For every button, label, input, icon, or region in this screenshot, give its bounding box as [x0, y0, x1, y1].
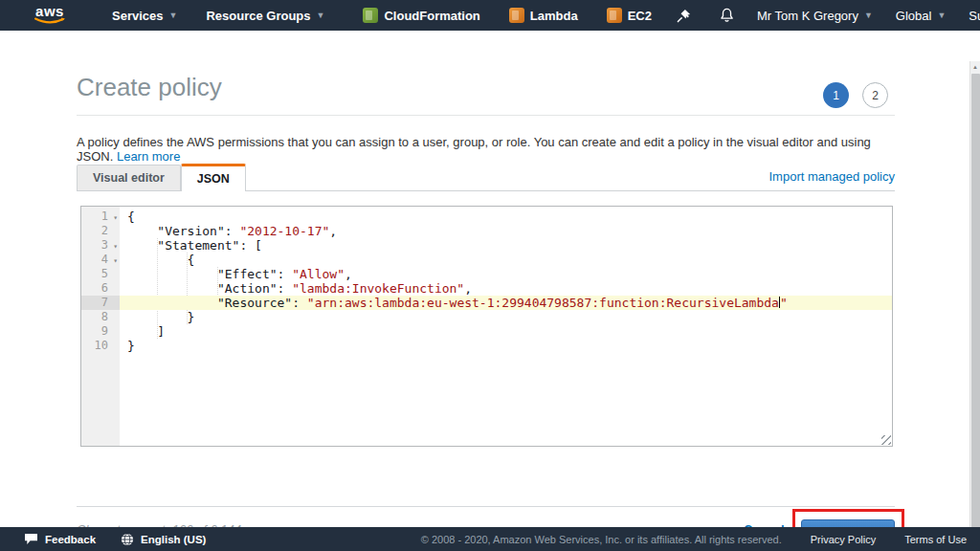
footer-bar: Feedback English (US) © 2008 - 2020, Ama…	[0, 527, 980, 551]
code-line[interactable]: 2 "Version": "2012-10-17",	[81, 224, 892, 238]
account-menu[interactable]: Mr Tom K Gregory ▼	[757, 9, 873, 23]
ec2-icon	[607, 8, 622, 23]
code-line[interactable]: 3▾ "Statement": [	[81, 238, 892, 253]
copyright-text: © 2008 - 2020, Amazon Web Services, Inc.…	[421, 534, 782, 545]
scrollbar-up-arrow-icon[interactable]: ▲	[970, 64, 980, 70]
feedback-label: Feedback	[45, 534, 96, 545]
pin-icon[interactable]	[677, 9, 691, 23]
code-text: "Effect": "Allow",	[120, 267, 892, 281]
code-text: "Resource": "arn:aws:lambda:eu-west-1:29…	[120, 296, 892, 310]
code-text: ]	[120, 324, 892, 339]
terms-of-use-link[interactable]: Terms of Use	[904, 534, 967, 545]
services-label: Services	[112, 9, 164, 23]
line-number: 5	[81, 267, 120, 281]
wizard-step-2: 2	[862, 82, 888, 108]
code-line[interactable]: 10}	[81, 339, 892, 353]
code-text: {	[120, 209, 892, 224]
shortcut-cloudformation[interactable]: CloudFormation	[363, 8, 479, 23]
chevron-down-icon: ▼	[864, 11, 873, 20]
aws-console-window: aws Services ▼ Resource Groups ▼ CloudFo…	[0, 0, 980, 551]
code-text: }	[120, 310, 892, 324]
main-content: Create policy 1 2 A policy defines the A…	[0, 31, 980, 527]
line-number: 7	[81, 296, 120, 310]
aws-logo[interactable]: aws	[33, 5, 66, 26]
line-number: 1▾	[81, 209, 120, 224]
fold-caret-icon[interactable]: ▾	[113, 239, 118, 253]
code-text: "Statement": [	[120, 238, 892, 253]
shortcut-label: CloudFormation	[384, 9, 479, 23]
lambda-icon	[509, 8, 524, 23]
language-selector[interactable]: English (US)	[121, 533, 206, 546]
services-menu[interactable]: Services ▼	[112, 9, 177, 23]
resource-groups-menu[interactable]: Resource Groups ▼	[206, 9, 324, 23]
language-label: English (US)	[141, 534, 206, 545]
chevron-down-icon: ▼	[317, 11, 325, 20]
code-line[interactable]: 4▾ {	[81, 253, 892, 267]
line-number: 4▾	[81, 253, 120, 267]
chevron-down-icon: ▼	[937, 11, 946, 20]
code-text: "Action": "lambda:InvokeFunction",	[120, 281, 892, 296]
code-text: {	[120, 253, 892, 267]
fold-caret-icon[interactable]: ▾	[113, 253, 118, 268]
code-line[interactable]: 6 "Action": "lambda:InvokeFunction",	[81, 281, 892, 296]
json-editor[interactable]: 1▾{2 "Version": "2012-10-17",3▾ "Stateme…	[80, 206, 893, 447]
title-divider	[77, 115, 895, 116]
aws-logo-text: aws	[35, 5, 64, 17]
import-managed-policy-link[interactable]: Import managed policy	[768, 169, 895, 184]
page-title: Create policy	[77, 73, 222, 102]
top-navigation-bar: aws Services ▼ Resource Groups ▼ CloudFo…	[0, 0, 980, 31]
fold-caret-icon[interactable]: ▾	[113, 210, 118, 225]
line-number: 3▾	[81, 238, 120, 253]
line-number: 6	[81, 281, 120, 296]
region-menu[interactable]: Global ▼	[896, 9, 947, 23]
code-line[interactable]: 1▾{	[81, 209, 892, 224]
support-menu[interactable]: Support ▼	[969, 9, 980, 23]
feedback-button[interactable]: Feedback	[24, 533, 96, 545]
actions-divider	[77, 506, 895, 507]
code-line[interactable]: 5 "Effect": "Allow",	[81, 267, 892, 281]
region-label: Global	[896, 9, 932, 23]
learn-more-link[interactable]: Learn more	[117, 149, 180, 164]
shortcut-lambda[interactable]: Lambda	[509, 8, 578, 23]
chevron-down-icon: ▼	[169, 11, 178, 20]
privacy-policy-link[interactable]: Privacy Policy	[811, 534, 876, 545]
code-line[interactable]: 8 }	[81, 310, 892, 324]
notifications-bell-icon[interactable]	[720, 8, 734, 23]
cloudformation-icon	[363, 8, 378, 23]
globe-icon	[121, 533, 134, 546]
shortcut-ec2[interactable]: EC2	[607, 8, 652, 23]
page-description: A policy defines the AWS permissions tha…	[77, 135, 900, 164]
tab-visual-editor[interactable]: Visual editor	[77, 165, 181, 190]
description-text: A policy defines the AWS permissions tha…	[77, 135, 871, 164]
line-number: 2	[81, 224, 120, 238]
aws-smile-icon	[33, 17, 66, 26]
account-name-label: Mr Tom K Gregory	[757, 9, 858, 23]
code-line[interactable]: 9 ]	[81, 324, 892, 339]
window-scrollbar[interactable]: ▲ ▼	[969, 61, 980, 551]
code-line[interactable]: 7 "Resource": "arn:aws:lambda:eu-west-1:…	[81, 296, 892, 310]
resource-groups-label: Resource Groups	[206, 9, 310, 23]
scrollbar-thumb[interactable]	[971, 74, 980, 533]
editor-resize-handle[interactable]	[881, 435, 891, 445]
line-number: 10	[81, 339, 120, 353]
wizard-step-1: 1	[823, 82, 849, 108]
line-number: 8	[81, 310, 120, 324]
code-text: }	[120, 339, 892, 353]
line-number: 9	[81, 324, 120, 339]
code-lines: 1▾{2 "Version": "2012-10-17",3▾ "Stateme…	[81, 207, 892, 353]
speech-bubble-icon	[24, 533, 38, 545]
shortcut-label: EC2	[628, 9, 652, 23]
tab-json[interactable]: JSON	[181, 164, 246, 191]
support-label: Support	[969, 9, 980, 23]
shortcut-label: Lambda	[530, 9, 578, 23]
code-text: "Version": "2012-10-17",	[120, 224, 892, 238]
